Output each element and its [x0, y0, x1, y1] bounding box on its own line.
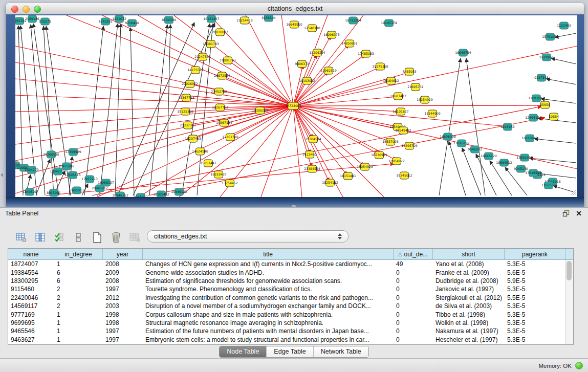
network-node[interactable]: 16945120 — [481, 152, 497, 160]
network-node[interactable]: 18103022 — [299, 77, 315, 84]
network-node[interactable]: 16237433 — [185, 135, 201, 142]
table-cell[interactable]: 49 — [394, 260, 433, 268]
table-cell[interactable]: 2003 — [103, 302, 143, 310]
table-row[interactable]: 977716911998Corpus callosum shape and si… — [8, 310, 573, 318]
table-cell[interactable]: Estimation of significance thresholds fo… — [143, 277, 394, 285]
network-node[interactable]: 14275512 — [187, 67, 204, 74]
table-cell[interactable]: 5.5E-5 — [505, 294, 565, 301]
table-cell[interactable]: 1 — [54, 311, 103, 318]
network-node[interactable]: 19245012 — [396, 172, 412, 179]
table-cell[interactable]: 1 — [54, 327, 103, 335]
table-cell[interactable]: 2008 — [103, 277, 143, 285]
network-node[interactable]: 8215953 — [500, 123, 515, 130]
table-settings-icon[interactable] — [15, 231, 28, 244]
network-node[interactable]: 16151447 — [203, 15, 220, 23]
network-node[interactable]: 16151441 — [340, 172, 356, 180]
network-node[interactable]: 19881743 — [220, 57, 236, 64]
network-node[interactable]: 17693197 — [453, 140, 470, 147]
tab-node-table[interactable]: Node Table — [220, 346, 267, 357]
network-node[interactable]: 19154929 — [417, 96, 433, 103]
table-cell[interactable]: 2009 — [103, 269, 143, 276]
column-header-out_de[interactable]: △out_de... — [394, 249, 433, 259]
table-cell[interactable]: Tourette syndrome. Phenomenology and cla… — [143, 286, 394, 293]
panel-collapse-arrow-icon[interactable] — [1, 173, 3, 177]
network-node[interactable]: 9245012 — [134, 193, 148, 197]
table-cell[interactable]: Investigating the contribution of common… — [143, 294, 394, 301]
table-cell[interactable]: 5.6E-5 — [505, 269, 565, 276]
table-cell[interactable]: de Silva et al. (2003) — [433, 302, 505, 310]
tab-network-table[interactable]: Network Table — [314, 346, 368, 357]
network-node[interactable]: 20010887 — [212, 29, 228, 36]
network-node[interactable]: 2069146 — [25, 15, 39, 23]
network-node[interactable]: 8136304 — [262, 15, 276, 21]
table-cell[interactable]: Hescheler et al. (1997) — [433, 336, 505, 343]
network-node[interactable]: 15751074 — [542, 33, 558, 40]
table-cell[interactable]: 6 — [54, 277, 103, 285]
network-node[interactable]: 19557093 — [382, 138, 399, 145]
new-table-icon[interactable] — [91, 231, 103, 244]
network-node[interactable]: 19575158 — [372, 63, 388, 70]
network-node[interactable]: 9115460 — [302, 151, 317, 158]
table-cell[interactable]: 18300295 — [8, 277, 54, 285]
network-node[interactable]: 17359929 — [65, 148, 81, 156]
column-header-year[interactable]: year — [103, 249, 143, 259]
table-cell[interactable]: Stergiakouli et al. (2012) — [433, 294, 505, 301]
table-cell[interactable]: 0 — [394, 269, 433, 276]
table-cell[interactable]: Embryonic stem cells: a model to study s… — [143, 336, 394, 343]
network-node[interactable]: 16096375 — [323, 31, 340, 38]
network-node[interactable]: 17485083 — [358, 50, 374, 57]
table-cell[interactable]: 0 — [394, 277, 433, 285]
table-scrollbar[interactable] — [565, 260, 573, 344]
table-cell[interactable]: 9465546 — [8, 327, 54, 335]
network-node[interactable]: 9546203 — [468, 146, 482, 153]
network-node[interactable]: 18254152 — [322, 179, 338, 186]
network-node[interactable]: 18381743 — [203, 40, 219, 48]
table-cell[interactable]: 0 — [394, 319, 433, 326]
table-cell[interactable]: 5.3E-5 — [505, 327, 565, 335]
network-node[interactable]: 16818487 — [210, 171, 227, 178]
table-row[interactable]: 911546021997Tourette syndrome. Phenomeno… — [8, 285, 573, 293]
network-node[interactable]: 18694512 — [496, 159, 512, 166]
network-node[interactable]: 16210643 — [521, 135, 538, 142]
network-node[interactable]: 21926972 — [182, 80, 198, 87]
resize-grip[interactable] — [569, 189, 576, 196]
table-cell[interactable]: 18724007 — [8, 260, 54, 268]
network-canvas[interactable]: 1955781206914693557316752011821072921641… — [15, 15, 577, 197]
table-cell[interactable]: 1997 — [103, 286, 143, 293]
network-node[interactable]: 9227343 — [534, 74, 549, 81]
network-node[interactable]: 16648784 — [455, 49, 471, 56]
select-rows-icon[interactable] — [53, 231, 66, 244]
network-node[interactable]: 21254419 — [236, 17, 253, 24]
table-row[interactable]: 1938455462009Genome-wide association stu… — [8, 268, 573, 276]
network-node[interactable]: 16733204 — [345, 17, 361, 24]
row-height-icon[interactable] — [72, 231, 84, 244]
network-node[interactable]: 1112453 — [557, 22, 571, 29]
network-node[interactable]: 15051447 — [200, 160, 216, 167]
table-cell[interactable]: 5.3E-5 — [505, 336, 565, 343]
table-cell[interactable]: 5.3E-5 — [505, 286, 565, 293]
table-select-dropdown[interactable]: citations_edges.txt — [147, 230, 349, 243]
column-header-short[interactable]: short — [433, 249, 505, 259]
network-node[interactable]: 20206536 — [43, 151, 59, 158]
network-node[interactable]: 16946152 — [112, 192, 128, 197]
table-cell[interactable]: 9115460 — [8, 286, 54, 293]
table-cell[interactable]: 1998 — [103, 319, 143, 326]
table-cell[interactable]: 5.3E-5 — [505, 302, 565, 310]
table-cell[interactable]: 2008 — [103, 260, 143, 268]
network-node[interactable]: 14850831 — [341, 40, 358, 47]
table-cell[interactable]: Tibbo et al. (1998) — [433, 311, 505, 318]
table-cell[interactable]: 6 — [54, 269, 103, 276]
column-header-in_degree[interactable]: in_degree — [54, 249, 103, 259]
table-cell[interactable]: 1 — [54, 319, 103, 326]
table-cell[interactable]: 0 — [394, 311, 433, 318]
network-node[interactable]: 16836939 — [371, 151, 387, 159]
network-node[interactable]: 7485083 — [402, 68, 417, 75]
table-cell[interactable]: 1998 — [103, 311, 143, 318]
table-cell[interactable]: Estimation of the future numbers of pati… — [143, 327, 394, 335]
network-node[interactable]: 15692971 — [516, 154, 533, 161]
close-panel-icon[interactable]: ✕ — [576, 210, 582, 217]
table-cell[interactable]: Nakamura et al. (1997) — [433, 327, 505, 335]
network-node[interactable]: 16164612 — [383, 77, 399, 84]
table-row[interactable]: 1456911722003Disruption of a novel membe… — [8, 302, 573, 310]
network-node[interactable]: 16101627 — [393, 108, 409, 115]
